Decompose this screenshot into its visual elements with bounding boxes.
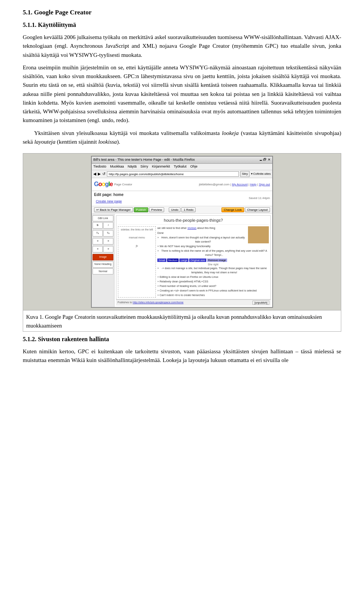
bullet-4: » -> does not manage a site, but individ… [157, 266, 269, 275]
gpc-body: GBI Link b i T₁ T₂ ≡ ≡ [92, 214, 272, 307]
gpc-sidebar: GBI Link b i T₁ T₂ ≡ ≡ [92, 214, 115, 307]
layouteja-italic: layouteja [34, 139, 55, 145]
browser-screenshot: Bill's test area - This one tester's Hom… [91, 156, 273, 308]
col-left-manual: manual menu [119, 236, 154, 240]
list-ul[interactable]: ≡ [93, 246, 103, 252]
two-col-layout: sidebar, the links on the left manual me… [118, 226, 269, 298]
change-layout-btn[interactable]: Change Layout [245, 207, 270, 212]
gpc-edit-title: Edit page: home Create new page [94, 192, 124, 205]
subsection-num: 5.1.1. [23, 22, 36, 28]
text-size-2[interactable]: T₂ [103, 230, 113, 237]
browser-url-toolbar: ◀ ▶ ↺ Siiry ▾ Cofinite-sites [92, 170, 272, 178]
bullet-2: » We do NOT have any blogging functional… [157, 244, 269, 249]
undo-btn[interactable]: Undo [169, 207, 180, 212]
bullet-5: » Editing is slow at least on Firefox on… [157, 275, 269, 279]
bullet-1: » Hmm, doesn't seem too thought out that… [157, 236, 246, 244]
gpc-subtext: Page Creator [114, 182, 132, 187]
gpc-main-area: hours-the-people-pages-things? sidebar, … [115, 214, 272, 307]
img-small-btn[interactable]: Small [157, 259, 166, 262]
col-right: we still need to find other reviews abou… [157, 226, 269, 298]
list-ol[interactable]: ≡ [103, 246, 113, 252]
align-left[interactable]: ≡ [93, 238, 103, 244]
gpc-edit-row: Edit page: home Create new page Saved 11… [92, 191, 272, 206]
help-link[interactable]: Help [250, 183, 256, 186]
bullet-4-text: -> does not manage a site, but individua… [160, 266, 269, 275]
bullet-7-text: Fixed number of heading levels, UI unlik… [160, 284, 216, 288]
url-btn2[interactable]: ▾ Cofinite-sites [251, 172, 271, 176]
sidebar-none-heading[interactable]: None Heading [93, 261, 113, 268]
unpublish-btn[interactable]: [unpublish] [253, 301, 269, 305]
toolbar-right: Change Look Change Layout [221, 207, 270, 212]
toolbar-left: ↩ Back to Page Manager Publish Preview U… [94, 207, 196, 212]
browser-titlebar: Bill's test area - This one tester's Hom… [92, 157, 272, 164]
change-look-btn[interactable]: Change Look [221, 207, 244, 212]
signout-link[interactable]: Sign out [259, 183, 270, 186]
back-to-manager-btn[interactable]: ↩ Back to Page Manager [94, 207, 133, 212]
sidebar-align-row1: ≡ ≡ [93, 238, 113, 245]
publish-link[interactable]: http://sites.info/juls.googlespace.com/h… [133, 301, 184, 304]
my-account-link[interactable]: My Account [232, 183, 248, 186]
bold-btn[interactable]: b [93, 222, 103, 229]
col-left-jb: jb [119, 244, 154, 248]
sidebar-image-btn[interactable]: Image [93, 254, 113, 260]
menu-siirry[interactable]: Siirry [140, 164, 148, 169]
sidebar-size-row: T₁ T₂ [93, 230, 113, 237]
browser-close: 🗕 🗗 ✕ [259, 157, 271, 163]
reload-btn[interactable]: ↺ [102, 171, 105, 177]
menu-ohje[interactable]: Ohje [190, 164, 198, 169]
section-5-1-1-heading: 5.1.1. Käyttöliittymä [23, 20, 341, 30]
browser-title: Bill's test area - This one tester's Hom… [93, 157, 195, 163]
img-caption-text: She right [157, 263, 269, 267]
publish-btn[interactable]: Publish [134, 207, 148, 212]
browser-menubar: Tiedosto Muokkaa Näytä Siirry Kirjanmerk… [92, 164, 272, 170]
section-num: 5.1. [23, 9, 33, 16]
lookissa-italic: lookissa [98, 139, 117, 145]
col-left: sidebar, the links on the left manual me… [118, 226, 156, 298]
menu-nayta[interactable]: Näytä [128, 164, 137, 169]
menu-kirjanmerkit[interactable]: Kirjanmerkit [152, 164, 170, 169]
figure-1: Bill's test area - This one tester's Hom… [23, 153, 341, 332]
img-remove-btn[interactable]: Remove image [207, 259, 227, 262]
gpc-logo: Google Page Creator [94, 180, 132, 189]
sidebar-format-row: b i [93, 222, 113, 229]
image-controls: Small Medium Large Original size Remove … [157, 259, 269, 262]
align-right[interactable]: ≡ [103, 238, 113, 244]
url-bar[interactable] [107, 171, 239, 177]
publish-label: Publishes to http://sites.info/juls.goog… [118, 301, 184, 305]
subsection-2-num: 5.1.2. [23, 336, 36, 342]
menu-tiedosto[interactable]: Tiedosto [93, 164, 106, 169]
img-original-btn[interactable]: Original size [189, 259, 206, 262]
account-email: jbilbilbilies@gmail.com [199, 183, 230, 186]
gpc-account-bar: jbilbilbilies@gmail.com | My Account | H… [199, 182, 270, 187]
page-content-title: hours-the-people-pages-things? [118, 217, 269, 225]
bullet-3-text: There is nothing to stick the name on al… [160, 249, 269, 257]
menu-muokkaa[interactable]: Muokkaa [110, 164, 124, 169]
publish-bar: Publishes to http://sites.info/juls.goog… [116, 299, 271, 306]
text-size-1[interactable]: T₁ [93, 230, 103, 237]
lookeja-italic: lookeja [222, 130, 238, 136]
sidebar-normal[interactable]: Normal [93, 268, 113, 275]
url-go-btn[interactable]: Siiry [240, 171, 249, 177]
create-new-page-link[interactable]: Create new page [94, 199, 124, 204]
forward-btn[interactable]: ▶ [98, 171, 101, 177]
gpc-content-area[interactable]: hours-the-people-pages-things? sidebar, … [116, 215, 271, 300]
paragraph-2: Erona useimpiin muihin järjestelmiin on … [23, 63, 341, 125]
image-placeholder [248, 226, 269, 243]
italic-btn[interactable]: i [103, 222, 113, 229]
img-medium-btn[interactable]: Medium [167, 259, 179, 262]
img-large-btn[interactable]: Large [179, 259, 188, 262]
paragraph-1: Googlen keväällä 2006 julkaisema työkalu… [23, 33, 341, 60]
bullet-8-text: Creating an <ul> doesn't seem to work in… [160, 289, 257, 293]
preview-btn[interactable]: Preview [149, 207, 164, 212]
sidebar-gbi-link[interactable]: GBI Link [93, 215, 113, 222]
redo-btn[interactable]: 1 Redo [181, 207, 196, 212]
bullet-1-text: Hmm, doesn't seem too thought out that c… [160, 236, 246, 244]
section-title: Google Page Creator [34, 9, 92, 16]
paragraph-3: Yksittäisen sivun yleisulkoasua käyttäjä… [23, 129, 341, 147]
section-5-1-heading: 5.1. Google Page Creator [23, 8, 341, 17]
bullet-9-text: Can't indent <li>s to create hierarchies [160, 293, 205, 298]
bullet-9: » Can't indent <li>s to create hierarchi… [157, 293, 269, 298]
menu-tyokalut[interactable]: Työkalut [174, 164, 187, 169]
back-btn[interactable]: ◀ [93, 171, 96, 177]
figure-image: Bill's test area - This one tester's Hom… [23, 154, 341, 310]
